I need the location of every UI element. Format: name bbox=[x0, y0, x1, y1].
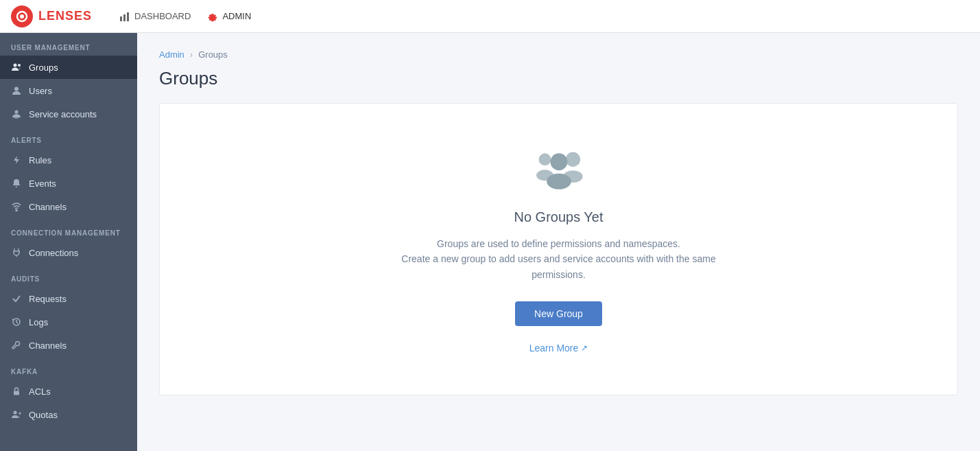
svg-point-21 bbox=[547, 174, 571, 189]
plug-icon bbox=[11, 247, 22, 258]
svg-rect-13 bbox=[14, 391, 19, 395]
breadcrumb-admin-link[interactable]: Admin bbox=[159, 49, 184, 60]
sidebar-item-service-accounts[interactable]: Service accounts bbox=[0, 102, 137, 126]
logo-icon bbox=[11, 5, 33, 27]
new-group-button[interactable]: New Group bbox=[515, 301, 602, 326]
sidebar-section-audits: AUDITS bbox=[0, 264, 137, 287]
empty-state-description: Groups are used to define permissions an… bbox=[394, 236, 724, 282]
sidebar-item-acls[interactable]: ACLs bbox=[0, 380, 137, 403]
sidebar-item-alerts-channels[interactable]: Channels bbox=[0, 195, 137, 218]
breadcrumb-current: Groups bbox=[198, 49, 228, 60]
svg-point-15 bbox=[19, 413, 21, 415]
sidebar-item-audit-channels[interactable]: Channels bbox=[0, 334, 137, 357]
svg-rect-3 bbox=[123, 14, 126, 21]
svg-rect-4 bbox=[127, 12, 129, 21]
gear-icon bbox=[207, 11, 218, 22]
tool-icon bbox=[11, 340, 22, 351]
lock-icon bbox=[11, 386, 22, 397]
external-link-icon: ↗ bbox=[581, 343, 588, 353]
sidebar-item-connections[interactable]: Connections bbox=[0, 241, 137, 264]
dashboard-nav-link[interactable]: DASHBOARD bbox=[119, 11, 191, 22]
breadcrumb-separator: › bbox=[190, 49, 193, 60]
user-shield-icon bbox=[11, 108, 22, 119]
history-icon bbox=[11, 316, 22, 327]
sidebar-section-connection-management: CONNECTION MANAGEMENT bbox=[0, 218, 137, 241]
no-groups-illustration bbox=[531, 145, 586, 196]
bolt-icon bbox=[11, 154, 22, 165]
empty-state-card: No Groups Yet Groups are used to define … bbox=[159, 103, 958, 395]
sidebar-item-requests[interactable]: Requests bbox=[0, 287, 137, 310]
sidebar-item-rules[interactable]: Rules bbox=[0, 148, 137, 172]
sidebar-item-logs[interactable]: Logs bbox=[0, 310, 137, 334]
svg-rect-2 bbox=[120, 16, 122, 21]
svg-point-6 bbox=[18, 64, 21, 67]
logo-text: LENSES bbox=[38, 9, 92, 23]
chart-icon bbox=[119, 11, 130, 22]
sidebar-item-events[interactable]: Events bbox=[0, 172, 137, 195]
sidebar-item-quotas[interactable]: Quotas bbox=[0, 403, 137, 426]
users-cog-icon bbox=[11, 409, 22, 420]
topnav-links: DASHBOARD ADMIN bbox=[119, 11, 251, 22]
breadcrumb: Admin › Groups bbox=[159, 49, 958, 60]
sidebar-section-user-management: USER MANAGEMENT bbox=[0, 33, 137, 56]
sidebar-section-kafka: KAFKA bbox=[0, 357, 137, 380]
sidebar-item-users[interactable]: Users bbox=[0, 79, 137, 102]
svg-point-20 bbox=[550, 153, 567, 170]
wifi-icon bbox=[11, 201, 22, 212]
sidebar-section-alerts: ALERTS bbox=[0, 126, 137, 148]
learn-more-link[interactable]: Learn More ↗ bbox=[529, 343, 588, 354]
top-navigation: LENSES DASHBOARD ADMIN bbox=[0, 0, 980, 33]
svg-point-7 bbox=[14, 87, 19, 91]
svg-point-16 bbox=[565, 152, 579, 167]
svg-point-1 bbox=[20, 14, 24, 19]
users-icon bbox=[11, 62, 22, 73]
main-content: Admin › Groups Groups No Gr bbox=[137, 33, 980, 451]
page-title: Groups bbox=[159, 68, 958, 89]
empty-state-title: No Groups Yet bbox=[514, 209, 603, 225]
admin-nav-link[interactable]: ADMIN bbox=[207, 11, 251, 22]
sidebar-item-groups[interactable]: Groups bbox=[0, 56, 137, 79]
bell-icon bbox=[11, 178, 22, 189]
svg-point-18 bbox=[538, 153, 551, 165]
svg-point-5 bbox=[14, 64, 17, 67]
sidebar: USER MANAGEMENT Groups Users bbox=[0, 33, 137, 451]
svg-point-8 bbox=[15, 111, 19, 114]
svg-point-11 bbox=[16, 210, 17, 211]
svg-point-14 bbox=[14, 411, 17, 415]
app-logo[interactable]: LENSES bbox=[11, 5, 92, 27]
svg-marker-10 bbox=[14, 156, 19, 164]
user-icon bbox=[11, 85, 22, 96]
check-icon bbox=[11, 293, 22, 304]
